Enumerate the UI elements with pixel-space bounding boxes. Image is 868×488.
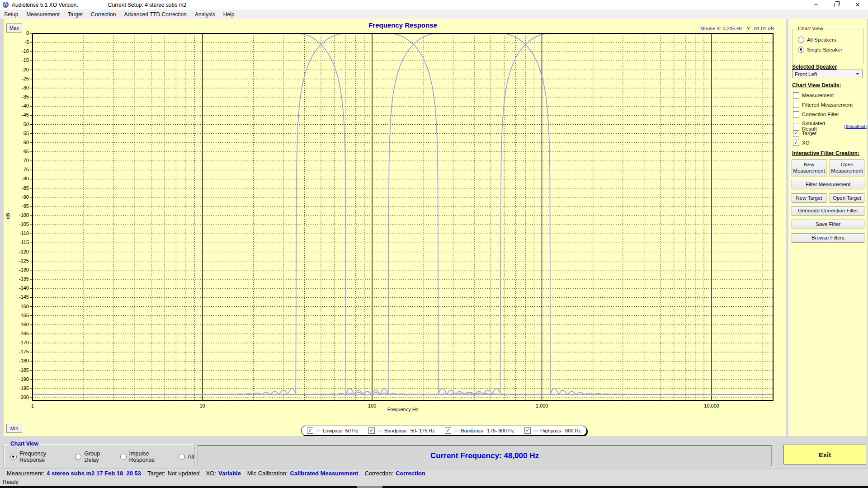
frequency-axis-label: Frequency Hz: [33, 407, 773, 412]
single-speaker-radio-icon: [798, 47, 804, 53]
minimize-button[interactable]: [806, 0, 826, 9]
xo-checkbox-icon: [793, 140, 799, 146]
new-target-button[interactable]: New Target: [792, 193, 826, 203]
filtered-measurement-checkbox-icon: [793, 102, 799, 108]
y-tick-label: -195: [7, 385, 29, 391]
y-tick-label: -165: [7, 331, 29, 336]
menu-item-correction[interactable]: Correction: [87, 9, 120, 19]
legend-marker-bandpass-1: —: [377, 428, 382, 433]
speaker-select[interactable]: Front Left: [792, 70, 863, 78]
app-icon: [2, 1, 9, 8]
checkbox-filtered-measurement[interactable]: Filtered Measurement: [793, 102, 853, 108]
legend-checkbox-bandpass-2[interactable]: [445, 427, 451, 434]
chart-view-selector-label: Chart View: [9, 441, 40, 447]
y-tick-label: -175: [7, 349, 29, 354]
status-correction-value: Correction: [396, 470, 425, 477]
checkbox-correction-filter[interactable]: Correction Filter: [793, 111, 839, 117]
current-frequency-text: Current Frequency: 48,000 Hz: [430, 451, 539, 460]
min-button[interactable]: Min: [6, 424, 22, 433]
radio-single-speaker[interactable]: Single Speaker: [798, 47, 842, 53]
y-tick-label: -50: [7, 122, 29, 127]
y-tick-label: -75: [7, 167, 29, 172]
status-measurement-label: Measurement:: [7, 470, 44, 477]
legend-item-highpass: — Highpass 800 Hz: [524, 427, 581, 434]
correction-filter-checkbox-icon: [793, 111, 799, 117]
bottom-area: Chart View Frequency Response Group Dela…: [0, 436, 868, 488]
y-tick-label: -180: [7, 358, 29, 363]
y-tick-label: -40: [7, 103, 29, 108]
new-measurement-button[interactable]: New Measurement: [792, 159, 826, 177]
legend-checkbox-highpass[interactable]: [524, 427, 531, 434]
menu-item-advanced-ttd-correction[interactable]: Advanced TTD Correction: [120, 9, 191, 19]
legend-checkbox-bandpass-1[interactable]: [368, 427, 375, 434]
radio-frequency-response[interactable]: Frequency Response: [10, 450, 67, 463]
generate-correction-filter-button[interactable]: Generate Correction Filter: [792, 206, 864, 216]
single-speaker-label: Single Speaker: [807, 47, 842, 52]
y-tick-label: -190: [7, 376, 29, 382]
ready-text: Ready: [3, 479, 19, 485]
y-tick-label: -120: [7, 249, 29, 254]
open-target-button[interactable]: Open Target: [830, 193, 864, 203]
exit-button[interactable]: Exit: [783, 445, 866, 465]
y-tick-label: -20: [7, 67, 29, 72]
radio-all-speakers[interactable]: All Speakers: [798, 37, 836, 43]
restore-button[interactable]: [826, 0, 847, 9]
current-frequency-panel: Current Frequency: 48,000 Hz: [198, 445, 772, 466]
checkbox-xo[interactable]: XO: [793, 140, 810, 146]
menu-bar: Setup Measurement Target Correction Adva…: [0, 9, 868, 19]
smoothed-link[interactable]: (Smoothed): [844, 124, 867, 129]
legend-label-bandpass-2: Bandpass 175- 800 Hz: [461, 428, 514, 433]
taskbar-strip: [0, 486, 868, 488]
menu-item-help[interactable]: Help: [219, 9, 239, 19]
radio-impulse-response[interactable]: Impulse Response: [120, 450, 171, 463]
legend-marker-highpass: —: [533, 428, 538, 433]
browse-filters-button[interactable]: Browse Filters: [792, 233, 864, 243]
y-tick-label: -10: [7, 48, 29, 54]
checkbox-target[interactable]: Target: [793, 130, 816, 136]
y-tick-label: -135: [7, 276, 29, 282]
menu-item-setup[interactable]: Setup: [0, 9, 22, 19]
legend-checkbox-lowpass[interactable]: [307, 427, 313, 434]
y-tick-label: -65: [7, 149, 29, 154]
simulated-result-checkbox-icon: [793, 123, 799, 129]
impulse-response-radio-icon: [120, 454, 127, 460]
radio-group-delay[interactable]: Group Delay: [75, 450, 112, 463]
y-tick-label: -80: [7, 176, 29, 181]
y-tick-label: -145: [7, 294, 29, 300]
y-tick-label: -150: [7, 304, 29, 309]
taskbar-segment: [357, 486, 382, 488]
y-tick-label: -35: [7, 94, 29, 99]
checkbox-measurement[interactable]: Measurement: [793, 92, 834, 99]
menu-item-target[interactable]: Target: [64, 9, 87, 19]
save-filter-button[interactable]: Save Filter: [792, 220, 864, 229]
sidebar-panel: Chart View All Speakers Single Speaker S…: [788, 19, 867, 436]
status-bar: Measurement: 4 stereo subs m2 17 Feb 18_…: [0, 468, 868, 478]
all-speakers-radio-icon: [798, 37, 804, 43]
y-tick-label: -200: [7, 394, 29, 400]
all-speakers-label: All Speakers: [807, 37, 836, 42]
frequency-response-radio-icon: [10, 454, 17, 460]
y-tick-label: -105: [7, 221, 29, 227]
legend-item-bandpass-2: — Bandpass 175- 800 Hz: [445, 427, 514, 434]
menu-item-measurement[interactable]: Measurement: [22, 9, 63, 19]
filter-measurement-button[interactable]: Filter Measurement: [792, 180, 864, 189]
xo-label: XO: [802, 140, 810, 145]
legend-label-highpass: Highpass 800 Hz: [540, 428, 581, 433]
status-xo-label: XO:: [206, 470, 216, 477]
y-tick-label: -110: [7, 230, 29, 236]
chart-view-details-heading: Chart View Details:: [792, 82, 841, 89]
speaker-select-value: Front Left: [795, 71, 817, 77]
y-tick-label: -160: [7, 322, 29, 327]
group-delay-radio-icon: [75, 454, 81, 460]
y-tick-label: -95: [7, 203, 29, 209]
radio-all[interactable]: All: [179, 450, 194, 463]
menu-item-analysis[interactable]: Analysis: [191, 9, 219, 19]
close-button[interactable]: ×: [847, 0, 868, 9]
y-tick-label: -125: [7, 258, 29, 263]
restore-icon: [835, 3, 839, 7]
status-xo-value: Variable: [218, 470, 241, 477]
open-measurement-button[interactable]: Open Measurement: [830, 159, 864, 177]
chevron-down-icon: [856, 73, 859, 75]
frequency-response-plot[interactable]: [33, 33, 773, 400]
window-title: Audiolense 5.1 XO Version.: [12, 2, 78, 8]
